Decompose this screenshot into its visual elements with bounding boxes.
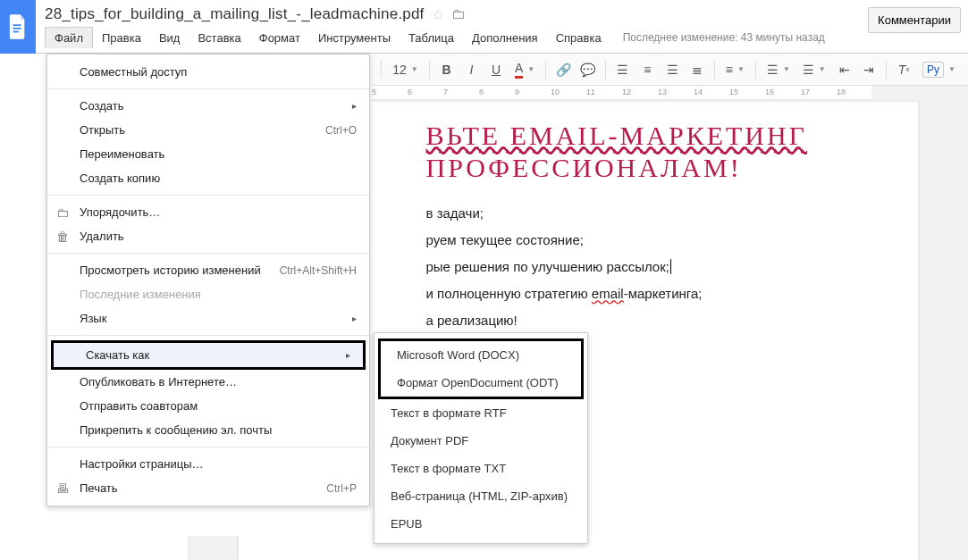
numbered-list-button[interactable]: ☰▼ — [762, 58, 795, 81]
ruler-tick: 15 — [729, 88, 738, 96]
menu-insert[interactable]: Вставка — [189, 28, 249, 48]
menu-open[interactable]: ОткрытьCtrl+O — [47, 118, 369, 142]
menu-language[interactable]: Язык▸ — [47, 306, 369, 330]
underline-button[interactable]: U — [484, 58, 508, 81]
submenu-rtf[interactable]: Текст в формате RTF — [375, 399, 587, 427]
clear-formatting-button[interactable]: Tx — [892, 58, 915, 81]
menu-table[interactable]: Таблица — [400, 28, 463, 48]
body-line: и полноценную стратегию email-маркетинга… — [426, 280, 882, 307]
menu-download-as[interactable]: Скачать как▸ — [54, 343, 363, 367]
document-title[interactable]: 28_tips_for_building_a_mailing_list_-_le… — [45, 5, 425, 23]
ruler-tick: 13 — [658, 88, 667, 96]
menu-recent-changes: Последние изменения — [47, 282, 369, 306]
menu-make-copy[interactable]: Создать копию — [47, 166, 369, 190]
insert-link-button[interactable]: 🔗 — [551, 58, 575, 81]
align-center-button[interactable]: ≡ — [636, 58, 660, 81]
submenu-html[interactable]: Веб-страница (HTML, ZIP-архив) — [375, 482, 587, 510]
ruler-tick: 7 — [443, 88, 448, 96]
folder-icon[interactable]: 🗀 — [451, 6, 466, 22]
ruler-tick: 11 — [586, 88, 595, 96]
ruler-tick: 10 — [551, 88, 560, 96]
svg-rect-0 — [13, 24, 21, 26]
menu-format[interactable]: Формат — [250, 28, 309, 48]
folder-icon: 🗀 — [56, 205, 69, 220]
menu-download-as-highlight: Скачать как▸ — [51, 340, 366, 370]
italic-button[interactable]: I — [459, 58, 483, 81]
menu-rename[interactable]: Переименовать — [47, 142, 369, 166]
submenu-docx-odt-highlight: Microsoft Word (DOCX) Формат OpenDocumen… — [378, 339, 584, 399]
submenu-txt[interactable]: Текст в формате TXT — [375, 455, 587, 482]
document-icon — [8, 14, 28, 39]
docs-logo[interactable] — [0, 0, 36, 54]
input-tools-button[interactable]: Ру▼ — [917, 58, 961, 81]
ruler-tick: 14 — [694, 88, 703, 96]
chevron-right-icon: ▸ — [346, 350, 350, 360]
align-left-button[interactable]: ☰ — [611, 58, 635, 81]
ruler-tick: 12 — [622, 88, 631, 96]
body-line: в задачи; — [426, 200, 882, 227]
menu-bar: Файл Правка Вид Вставка Формат Инструмен… — [45, 27, 959, 48]
menu-tools[interactable]: Инструменты — [309, 28, 400, 48]
text-cursor — [670, 259, 671, 274]
ruler[interactable]: 56789101112131415161718 — [372, 86, 871, 100]
menu-share[interactable]: Совместный доступ — [47, 60, 369, 84]
font-size-selector[interactable]: 12▼ — [387, 58, 424, 81]
decrease-indent-button[interactable]: ⇤ — [833, 58, 856, 81]
body-line: рые решения по улучшению рассылок; — [426, 254, 882, 280]
menu-file[interactable]: Файл — [45, 27, 93, 48]
app-header: 28_tips_for_building_a_mailing_list_-_le… — [0, 0, 968, 54]
align-justify-button[interactable]: ≣ — [686, 58, 709, 81]
align-right-button[interactable]: ☰ — [661, 58, 684, 81]
submenu-odt[interactable]: Формат OpenDocument (ODT) — [381, 369, 581, 397]
download-as-submenu: Microsoft Word (DOCX) Формат OpenDocumen… — [374, 332, 588, 544]
body-line: а реализацию! — [426, 307, 882, 334]
ruler-tick: 6 — [408, 88, 412, 96]
menu-revision-history[interactable]: Просмотреть историю измененийCtrl+Alt+Sh… — [47, 258, 369, 282]
menu-page-setup[interactable]: Настройки страницы… — [47, 452, 369, 476]
ruler-tick: 18 — [837, 88, 846, 96]
document-body: в задачи; руем текущее состояние; рые ре… — [426, 200, 882, 334]
menu-help[interactable]: Справка — [547, 28, 610, 48]
ruler-tick: 8 — [479, 88, 484, 96]
menu-publish[interactable]: Опубликовать в Интернете… — [47, 370, 369, 394]
menu-addons[interactable]: Дополнения — [463, 28, 547, 48]
menu-edit[interactable]: Правка — [93, 28, 150, 48]
bulleted-list-button[interactable]: ☰▼ — [797, 58, 831, 81]
submenu-pdf[interactable]: Документ PDF — [375, 427, 587, 455]
star-icon[interactable]: ☆ — [432, 6, 444, 23]
print-icon: 🖶 — [56, 481, 69, 496]
text-color-button[interactable]: A▼ — [509, 58, 540, 81]
svg-rect-1 — [13, 28, 21, 29]
increase-indent-button[interactable]: ⇥ — [858, 58, 881, 81]
file-menu-dropdown: Совместный доступ Создать▸ ОткрытьCtrl+O… — [46, 54, 370, 506]
menu-email-attachment[interactable]: Прикрепить к сообщению эл. почты — [47, 418, 369, 442]
submenu-docx[interactable]: Microsoft Word (DOCX) — [381, 341, 581, 369]
trash-icon: 🗑 — [56, 230, 69, 244]
svg-rect-2 — [13, 31, 19, 33]
line-spacing-button[interactable]: ≡▼ — [720, 58, 750, 81]
menu-new[interactable]: Создать▸ — [47, 94, 369, 118]
chevron-right-icon: ▸ — [352, 313, 357, 323]
menu-organize[interactable]: 🗀Упорядочить… — [47, 200, 369, 224]
ruler-tick: 17 — [801, 88, 810, 96]
menu-delete[interactable]: 🗑Удалить — [47, 224, 369, 248]
bold-button[interactable]: B — [435, 58, 459, 81]
menu-email-collaborators[interactable]: Отправить соавторам — [47, 394, 369, 418]
body-line: руем текущее состояние; — [426, 227, 882, 254]
document-heading: ВЬТЕ EMAIL-МАРКЕТИНГ ПРОФЕССИОНАЛАМ! — [426, 120, 882, 184]
insert-comment-button[interactable]: 💬 — [577, 58, 600, 81]
submenu-epub[interactable]: EPUB — [375, 510, 587, 538]
last-edit-label[interactable]: Последнее изменение: 43 минуты назад — [623, 31, 825, 44]
menu-view[interactable]: Вид — [150, 28, 189, 48]
chevron-right-icon: ▸ — [352, 101, 357, 111]
ruler-tick: 16 — [765, 88, 774, 96]
ruler-tick: 5 — [372, 88, 376, 96]
ruler-tick: 9 — [515, 88, 519, 96]
menu-print[interactable]: 🖶ПечатьCtrl+P — [47, 476, 369, 500]
comments-button[interactable]: Комментарии — [868, 7, 961, 33]
